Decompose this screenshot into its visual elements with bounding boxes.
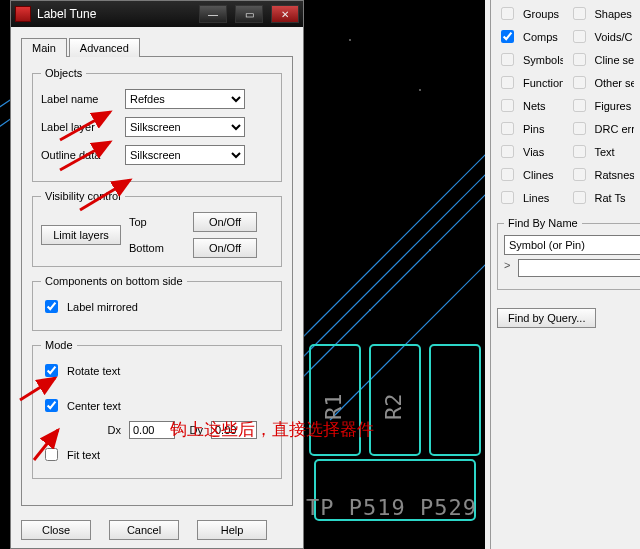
dx-input[interactable] [129,421,175,439]
chk-comps[interactable]: Comps [497,27,563,46]
mode-group: Mode Rotate text Center text Dx Dy [32,339,282,479]
find-by-name-legend: Find By Name [504,217,582,229]
dx-label: Dx [101,424,121,436]
fit-text-checkbox[interactable]: Fit text [41,445,273,464]
chk-clines[interactable]: Clines [497,165,563,184]
fit-text-input[interactable] [45,448,58,461]
chk-lines[interactable]: Lines [497,188,563,207]
pcb-text-p519: P519 [349,495,406,520]
bottom-side-group: Components on bottom side Label mirrored [32,275,282,331]
label-layer-label: Label layer [41,121,117,133]
dy-label: Dy [183,424,203,436]
chk-functions[interactable]: Functions [497,73,563,92]
help-dialog-button[interactable]: Help [197,520,267,540]
bottom-label: Bottom [129,242,185,254]
chk-ratts[interactable]: Rat Ts [569,188,635,207]
rotate-text-checkbox[interactable]: Rotate text [41,361,273,380]
chk-symbols[interactable]: Symbols [497,50,563,69]
chk-clineseg[interactable]: Cline se [569,50,635,69]
top-onoff-button[interactable]: On/Off [193,212,257,232]
pcb-text-p529: P529 [420,495,477,520]
objects-legend: Objects [41,67,86,79]
dy-input[interactable] [211,421,257,439]
maximize-button[interactable]: ▭ [235,5,263,23]
close-button[interactable]: ✕ [271,5,299,23]
close-dialog-button[interactable]: Close [21,520,91,540]
label-name-label: Label name [41,93,117,105]
label-name-combo[interactable]: Refdes [125,89,245,109]
bottom-side-legend: Components on bottom side [41,275,187,287]
chk-vias[interactable]: Vias [497,142,563,161]
chk-otherseg[interactable]: Other se [569,73,635,92]
label-tune-dialog: Label Tune — ▭ ✕ Main Advanced Objects L… [10,0,304,549]
outline-data-label: Outline data [41,149,117,161]
rotate-text-input[interactable] [45,364,58,377]
window-title: Label Tune [37,7,96,21]
top-label: Top [129,216,185,228]
bottom-onoff-button[interactable]: On/Off [193,238,257,258]
svg-text:R1: R1 [321,394,346,421]
chk-groups[interactable]: Groups [497,4,563,23]
svg-point-5 [419,89,421,91]
center-text-checkbox[interactable]: Center text [41,396,273,415]
chk-drc[interactable]: DRC err [569,119,635,138]
minimize-button[interactable]: — [199,5,227,23]
visibility-legend: Visibility control [41,190,125,202]
objects-group: Objects Label name Refdes Label layer Si… [32,67,282,182]
tab-advanced[interactable]: Advanced [69,38,140,57]
chk-figures[interactable]: Figures [569,96,635,115]
chk-pins[interactable]: Pins [497,119,563,138]
find-text-input[interactable] [518,259,640,277]
chk-shapes[interactable]: Shapes [569,4,635,23]
tab-main[interactable]: Main [21,38,67,57]
chk-text[interactable]: Text [569,142,635,161]
find-prompt-icon: > [504,259,514,279]
svg-point-4 [349,39,351,41]
find-by-name-group: Find By Name Symbol (or Pin) N > M [497,217,640,290]
titlebar[interactable]: Label Tune — ▭ ✕ [11,1,303,27]
svg-text:R2: R2 [381,394,406,421]
cancel-dialog-button[interactable]: Cancel [109,520,179,540]
outline-data-combo[interactable]: Silkscreen [125,145,245,165]
find-type-combo[interactable]: Symbol (or Pin) [504,235,640,255]
limit-layers-button[interactable]: Limit layers [41,225,121,245]
chk-voids[interactable]: Voids/C [569,27,635,46]
app-icon [15,6,31,22]
visibility-group: Visibility control Limit layers Top On/O… [32,190,282,267]
mode-legend: Mode [41,339,77,351]
pcb-text-tp: TP [306,495,335,520]
label-mirrored-input[interactable] [45,300,58,313]
find-by-query-button[interactable]: Find by Query... [497,308,596,328]
center-text-input[interactable] [45,399,58,412]
label-layer-combo[interactable]: Silkscreen [125,117,245,137]
find-panel: Groups Shapes Comps Voids/C Symbols Clin… [490,0,640,549]
label-mirrored-checkbox[interactable]: Label mirrored [41,297,273,316]
chk-ratsnes[interactable]: Ratsnes [569,165,635,184]
chk-nets[interactable]: Nets [497,96,563,115]
